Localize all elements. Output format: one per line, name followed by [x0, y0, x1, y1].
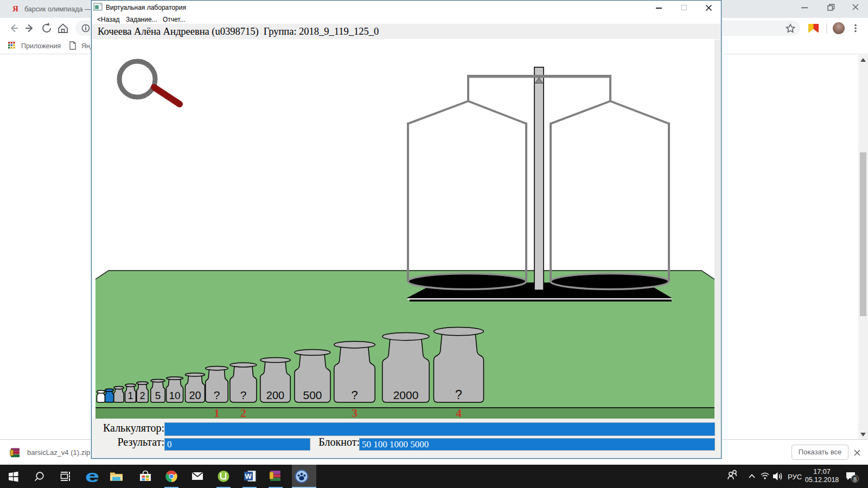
- svg-text:?: ?: [240, 389, 247, 401]
- svg-text:W: W: [245, 472, 252, 480]
- svg-text:1: 1: [214, 407, 220, 420]
- svg-text:05.12.2018: 05.12.2018: [805, 476, 839, 484]
- svg-text:17:07: 17:07: [813, 468, 830, 476]
- svg-text:2000: 2000: [393, 389, 419, 401]
- svg-text:10: 10: [169, 390, 180, 401]
- svg-text:5: 5: [155, 390, 161, 401]
- svg-text:200: 200: [266, 389, 284, 401]
- svg-text:1: 1: [127, 390, 133, 401]
- svg-text:3: 3: [352, 407, 358, 420]
- svg-text:РУС: РУС: [788, 473, 802, 481]
- svg-text:2: 2: [240, 407, 246, 420]
- svg-text:?: ?: [455, 388, 462, 402]
- svg-text:500: 500: [303, 389, 322, 401]
- svg-text:?: ?: [351, 388, 358, 402]
- svg-text:2: 2: [139, 390, 145, 401]
- svg-text:8: 8: [853, 476, 857, 483]
- svg-text:20: 20: [189, 389, 201, 401]
- svg-text:e: e: [85, 467, 99, 486]
- svg-text:4: 4: [456, 407, 462, 420]
- svg-text:?: ?: [214, 389, 220, 401]
